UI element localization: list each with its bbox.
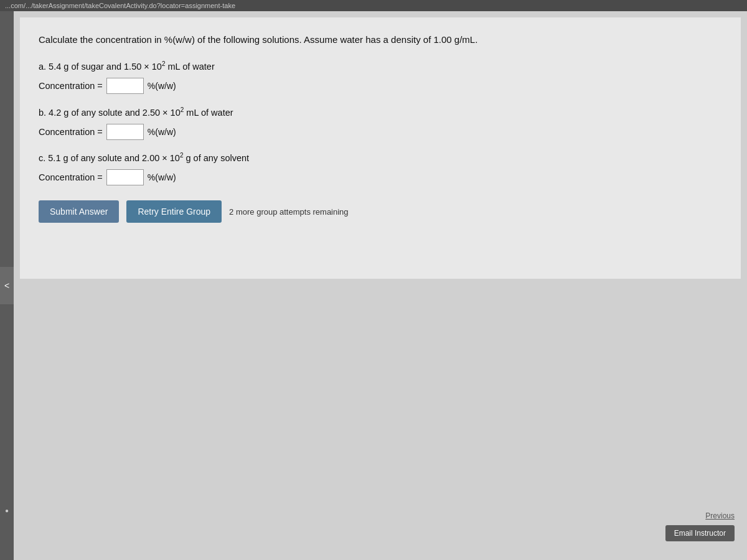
sub-question-a-text: a. 5.4 g of sugar and 1.50 × 102 mL of w…	[39, 60, 722, 75]
sub-question-b-text: b. 4.2 g of any solute and 2.50 × 102 mL…	[39, 105, 722, 120]
attempts-remaining-text: 2 more group attempts remaining	[229, 207, 348, 217]
concentration-row-c: Concentration = %(w/w)	[39, 169, 722, 185]
sub-question-a: a. 5.4 g of sugar and 1.50 × 102 mL of w…	[39, 60, 722, 95]
concentration-label-b: Concentration =	[39, 127, 103, 137]
concentration-row-b: Concentration = %(w/w)	[39, 124, 722, 140]
sub-question-b: b. 4.2 g of any solute and 2.50 × 102 mL…	[39, 105, 722, 140]
concentration-label-a: Concentration =	[39, 81, 103, 91]
unit-label-b: %(w/w)	[148, 127, 176, 137]
submit-answer-button[interactable]: Submit Answer	[39, 200, 119, 223]
sub-question-c: c. 5.1 g of any solute and 2.00 × 102 g …	[39, 151, 722, 186]
concentration-input-c[interactable]	[106, 169, 144, 185]
left-sidebar: < ●	[0, 11, 14, 560]
question-title: Calculate the concentration in %(w/w) of…	[39, 33, 722, 47]
sidebar-icon: ●	[5, 507, 9, 514]
button-row: Submit Answer Retry Entire Group 2 more …	[39, 200, 722, 223]
main-content: Calculate the concentration in %(w/w) of…	[14, 11, 747, 560]
previous-link[interactable]: Previous	[705, 511, 735, 520]
concentration-row-a: Concentration = %(w/w)	[39, 78, 722, 94]
retry-entire-group-button[interactable]: Retry Entire Group	[126, 200, 222, 223]
email-instructor-button[interactable]: Email Instructor	[665, 525, 735, 541]
concentration-input-b[interactable]	[106, 124, 144, 140]
sub-question-c-text: c. 5.1 g of any solute and 2.00 × 102 g …	[39, 151, 722, 166]
unit-label-c: %(w/w)	[148, 172, 176, 182]
url-bar: ...com/.../takerAssignment/takeCovalentA…	[5, 2, 235, 9]
concentration-input-a[interactable]	[106, 78, 144, 94]
sidebar-bottom-icon: ●	[0, 498, 14, 523]
content-area: Calculate the concentration in %(w/w) of…	[20, 17, 741, 279]
top-bar: ...com/.../takerAssignment/takeCovalentA…	[0, 0, 747, 11]
bottom-right-links: Previous Email Instructor	[665, 511, 735, 541]
concentration-label-c: Concentration =	[39, 172, 103, 182]
chevron-left-icon: <	[4, 281, 9, 291]
sidebar-collapse-button[interactable]: <	[0, 267, 14, 304]
unit-label-a: %(w/w)	[148, 81, 176, 91]
